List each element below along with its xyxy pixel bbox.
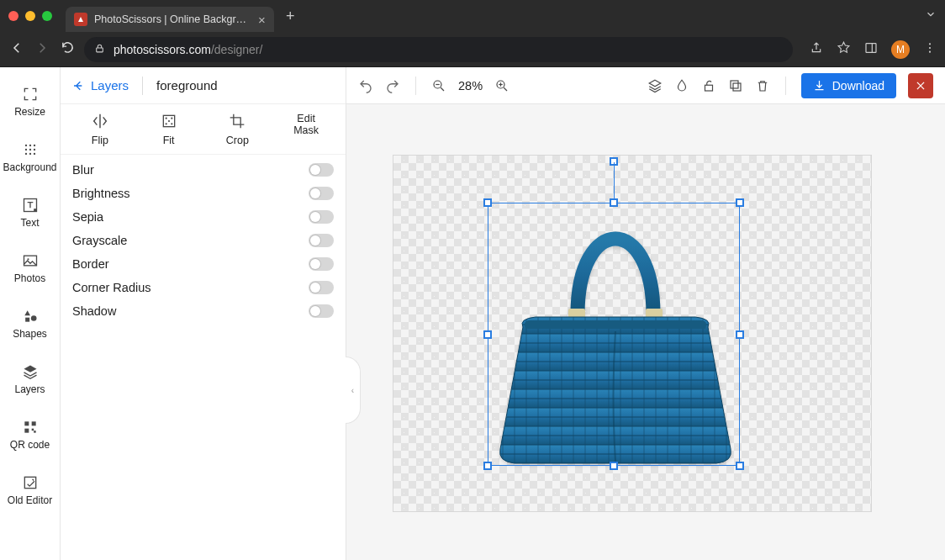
canvas-workspace[interactable]: ‹ — [346, 104, 945, 560]
rail-layers[interactable]: Layers — [0, 353, 61, 405]
svg-point-3 — [929, 43, 931, 45]
reload-icon[interactable] — [59, 40, 76, 58]
handle-nw[interactable] — [483, 198, 492, 207]
rail-label: Old Editor — [8, 494, 52, 506]
profile-avatar[interactable]: M — [891, 40, 910, 59]
download-button[interactable]: Download — [801, 73, 896, 98]
tool-fit[interactable]: Fit — [140, 113, 198, 146]
prop-label: Grayscale — [72, 234, 127, 247]
svg-point-8 — [33, 145, 34, 146]
tool-edit-mask[interactable]: Edit Mask — [277, 113, 335, 137]
svg-point-4 — [929, 46, 931, 48]
background-icon — [22, 141, 39, 158]
arrow-left-icon — [72, 79, 86, 92]
rail-background[interactable]: Background — [0, 131, 61, 183]
handle-ne[interactable] — [736, 198, 744, 207]
delete-icon[interactable] — [755, 78, 770, 93]
photos-icon — [22, 252, 39, 269]
zoom-out-button[interactable] — [431, 78, 446, 93]
zoom-in-button[interactable] — [494, 78, 509, 93]
toggle-corner-radius[interactable] — [309, 281, 334, 294]
max-window-dot[interactable] — [42, 11, 52, 21]
svg-point-12 — [24, 153, 26, 155]
back-to-layers-label: Layers — [91, 78, 129, 92]
close-window-dot[interactable] — [8, 11, 18, 21]
close-button[interactable] — [908, 73, 933, 98]
layers-quick-icon[interactable] — [647, 78, 663, 93]
svg-point-11 — [33, 149, 34, 151]
prop-label: Blur — [72, 163, 94, 177]
tab-title: PhotoScissors | Online Backgr… — [94, 13, 246, 25]
svg-point-7 — [29, 145, 30, 146]
handle-sw[interactable] — [483, 462, 492, 470]
svg-rect-26 — [24, 477, 35, 488]
svg-line-39 — [504, 87, 507, 91]
kebab-menu-icon[interactable] — [923, 41, 937, 58]
min-window-dot[interactable] — [25, 11, 35, 21]
left-rail: Resize Background Text Photos Shapes Lay… — [0, 67, 61, 560]
svg-rect-25 — [34, 431, 35, 433]
rail-photos[interactable]: Photos — [0, 242, 61, 294]
address-bar[interactable]: photoscissors.com/designer/ — [84, 37, 793, 62]
rail-label: Resize — [14, 106, 45, 118]
tabstrip-chevron-icon[interactable] — [925, 8, 937, 24]
handle-se[interactable] — [736, 462, 744, 470]
rail-shapes[interactable]: Shapes — [0, 298, 61, 350]
panel-collapse-handle[interactable]: ‹ — [346, 357, 361, 424]
separator — [785, 77, 786, 95]
property-list: Blur Brightness Sepia Grayscale Border C… — [61, 155, 346, 326]
prop-label: Brightness — [72, 187, 130, 200]
toggle-grayscale[interactable] — [309, 234, 334, 247]
redo-button[interactable] — [385, 78, 400, 93]
svg-point-31 — [165, 123, 166, 124]
undo-button[interactable] — [358, 78, 373, 93]
layers-icon — [22, 363, 39, 380]
handle-s[interactable] — [610, 462, 618, 470]
selection-box[interactable] — [488, 203, 740, 466]
window-controls[interactable] — [8, 11, 52, 21]
zoom-level[interactable]: 28% — [458, 79, 483, 92]
svg-point-10 — [29, 149, 30, 151]
toggle-blur[interactable] — [309, 163, 334, 177]
new-tab-button[interactable]: + — [286, 8, 295, 25]
layer-tool-row: Flip Fit Crop Edit Mask — [61, 104, 346, 155]
rail-qrcode[interactable]: QR code — [0, 409, 61, 461]
resize-icon — [22, 86, 39, 103]
svg-point-5 — [929, 50, 931, 52]
oldeditor-icon — [22, 474, 39, 491]
toggle-shadow[interactable] — [309, 304, 334, 318]
handle-n[interactable] — [610, 198, 618, 207]
forward-icon[interactable] — [34, 40, 50, 59]
toggle-brightness[interactable] — [309, 187, 334, 200]
browser-tab[interactable]: PhotoScissors | Online Backgr… × — [66, 7, 274, 32]
close-tab-icon[interactable]: × — [258, 13, 266, 26]
browser-tab-strip: PhotoScissors | Online Backgr… × + — [0, 0, 945, 32]
duplicate-icon[interactable] — [728, 78, 743, 93]
opacity-icon[interactable] — [674, 78, 689, 93]
prop-sepia: Sepia — [72, 210, 334, 224]
rail-text[interactable]: Text — [0, 187, 61, 239]
rail-old-editor[interactable]: Old Editor — [0, 464, 61, 516]
back-to-layers[interactable]: Layers — [72, 78, 129, 92]
bookmark-icon[interactable] — [837, 40, 851, 58]
svg-point-6 — [24, 145, 26, 146]
svg-rect-23 — [24, 429, 29, 433]
close-icon — [915, 80, 927, 92]
tool-crop[interactable]: Crop — [208, 113, 267, 146]
prop-shadow: Shadow — [72, 304, 334, 318]
canvas-toolbar: 28% Download — [346, 67, 945, 104]
unlock-icon[interactable] — [701, 78, 716, 93]
rail-resize[interactable]: Resize — [0, 76, 61, 128]
back-icon[interactable] — [8, 40, 25, 59]
toggle-sepia[interactable] — [309, 210, 334, 224]
tool-flip[interactable]: Flip — [71, 113, 129, 146]
prop-blur: Blur — [72, 163, 334, 177]
panel-icon[interactable] — [864, 41, 878, 58]
svg-point-32 — [171, 123, 172, 124]
share-icon[interactable] — [810, 41, 823, 58]
rail-label: Shapes — [13, 328, 47, 340]
svg-line-35 — [441, 87, 444, 91]
handle-e[interactable] — [736, 330, 744, 339]
handle-w[interactable] — [483, 330, 492, 339]
toggle-border[interactable] — [309, 257, 334, 271]
